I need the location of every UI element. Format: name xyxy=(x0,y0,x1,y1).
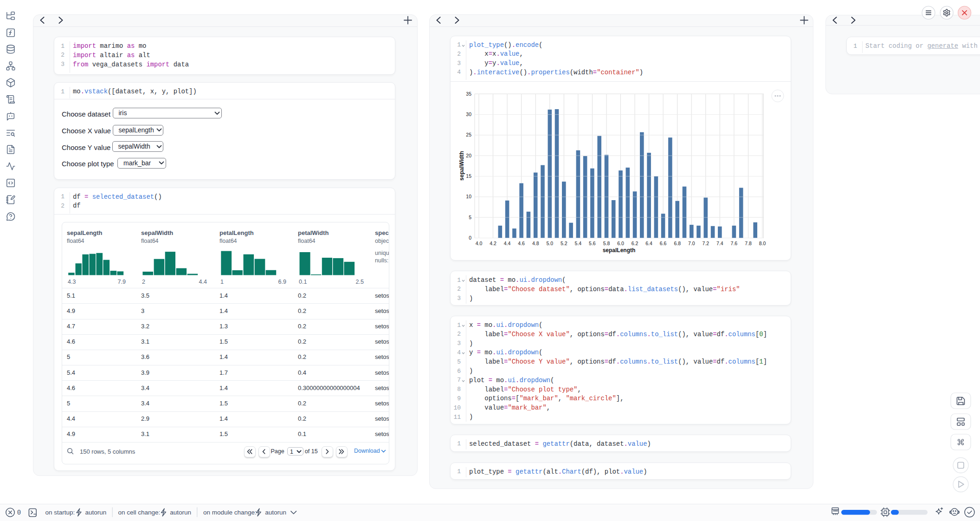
svg-text:7.8: 7.8 xyxy=(745,241,752,246)
svg-text:5.0: 5.0 xyxy=(546,241,553,246)
svg-text:4.0: 4.0 xyxy=(476,241,483,246)
svg-text:7.4: 7.4 xyxy=(716,241,723,246)
svg-text:5.2: 5.2 xyxy=(561,241,567,246)
svg-text:6.2: 6.2 xyxy=(632,241,638,246)
svg-text:10: 10 xyxy=(466,194,471,199)
svg-text:5.4: 5.4 xyxy=(575,241,582,246)
svg-text:0: 0 xyxy=(469,235,471,241)
svg-text:25: 25 xyxy=(466,132,471,137)
svg-text:15: 15 xyxy=(466,173,471,179)
svg-text:7.2: 7.2 xyxy=(702,241,709,246)
svg-text:sepalWidth: sepalWidth xyxy=(458,151,465,181)
svg-text:6.8: 6.8 xyxy=(674,241,681,246)
svg-text:7.6: 7.6 xyxy=(731,241,738,246)
svg-text:4.6: 4.6 xyxy=(518,241,525,246)
svg-text:4.2: 4.2 xyxy=(490,241,496,246)
svg-text:8.0: 8.0 xyxy=(759,241,766,246)
svg-text:6.6: 6.6 xyxy=(660,241,667,246)
svg-text:6.4: 6.4 xyxy=(645,241,652,246)
svg-text:4.8: 4.8 xyxy=(532,241,539,246)
svg-text:5.8: 5.8 xyxy=(603,241,610,246)
svg-text:5: 5 xyxy=(469,215,471,220)
svg-text:30: 30 xyxy=(466,111,471,117)
svg-text:20: 20 xyxy=(466,153,471,158)
svg-text:35: 35 xyxy=(466,91,471,97)
svg-text:5.6: 5.6 xyxy=(589,241,596,246)
svg-text:sepalLength: sepalLength xyxy=(603,247,636,254)
svg-text:4.4: 4.4 xyxy=(504,241,511,246)
svg-text:6.0: 6.0 xyxy=(617,241,624,246)
svg-text:7.0: 7.0 xyxy=(688,241,695,246)
